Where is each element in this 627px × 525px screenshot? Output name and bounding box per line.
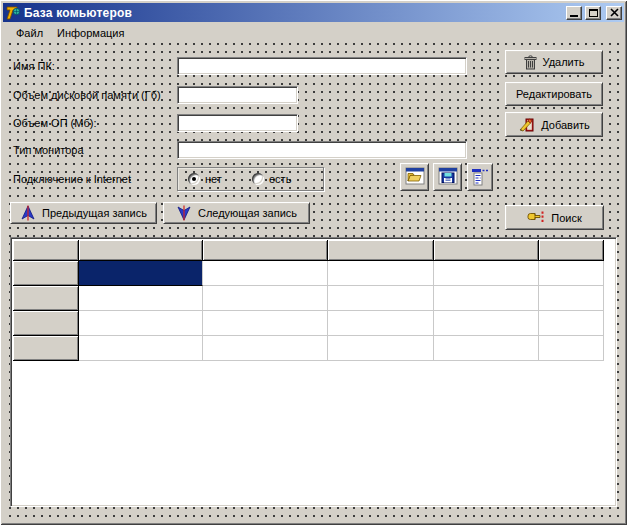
next-record-button[interactable]: Следующая запись [163, 202, 310, 224]
monitor-type-label: Тип монитора [13, 144, 84, 156]
maximize-button[interactable] [585, 6, 601, 20]
grid-cell[interactable] [203, 286, 328, 311]
edit-button[interactable]: Редактировать [505, 82, 603, 106]
edit-button-label: Редактировать [516, 88, 592, 100]
internet-radio-group: нет есть [177, 167, 324, 191]
table-row [13, 286, 616, 311]
monitor-type-input[interactable] [177, 141, 467, 159]
grid-header-col-4[interactable] [434, 240, 539, 261]
ram-size-label: Объем ОП (Мб): [13, 117, 96, 129]
pc-name-label: Имя ПК: [13, 60, 55, 72]
menu-info[interactable]: Информация [50, 25, 131, 41]
grid-cell[interactable] [328, 261, 434, 286]
structure-view-icon [471, 167, 489, 187]
save-file-button[interactable] [433, 163, 462, 191]
grid-cell[interactable] [434, 311, 539, 336]
structure-view-button[interactable] [467, 163, 493, 191]
internet-label: Подключение к Internet [13, 173, 131, 185]
grid-cell[interactable] [79, 261, 203, 286]
radio-no-label: нет [205, 173, 222, 185]
grid-row-indicator[interactable] [13, 286, 79, 311]
grid-cell[interactable] [328, 311, 434, 336]
grid-cell[interactable] [434, 286, 539, 311]
grid-cell[interactable] [434, 336, 539, 361]
grid-cell[interactable] [539, 311, 604, 336]
minimize-button[interactable] [566, 6, 582, 20]
menu-file[interactable]: Файл [9, 25, 50, 41]
grid-header-col-1[interactable] [79, 240, 203, 261]
table-row [13, 311, 616, 336]
ram-size-input[interactable] [177, 114, 298, 132]
previous-record-button[interactable]: Предыдущая запись [10, 202, 157, 224]
radio-icon [252, 173, 264, 185]
next-record-label: Следующая запись [198, 207, 297, 219]
grid-cell[interactable] [539, 336, 604, 361]
grid-cell[interactable] [434, 261, 539, 286]
grid-cell[interactable] [79, 336, 203, 361]
close-button[interactable] [606, 6, 622, 20]
radio-internet-no[interactable]: нет [188, 173, 222, 185]
search-hand-icon [527, 210, 545, 225]
add-button-label: Добавить [541, 119, 590, 131]
delphi-app-icon [5, 5, 21, 21]
delete-button[interactable]: Удалить [505, 50, 603, 74]
grid-cell[interactable] [539, 261, 604, 286]
grid-cell[interactable] [203, 311, 328, 336]
data-grid[interactable] [10, 237, 617, 507]
pc-name-input[interactable] [177, 57, 467, 75]
grid-cell[interactable] [539, 286, 604, 311]
grid-row-indicator[interactable] [13, 336, 79, 361]
table-row [13, 261, 616, 286]
grid-header-col-2[interactable] [203, 240, 328, 261]
open-file-icon [405, 167, 425, 187]
grid-header-col-3[interactable] [328, 240, 434, 261]
maximize-icon [589, 9, 598, 17]
menu-bar: Файл Информация [3, 22, 624, 43]
search-button[interactable]: Поиск [505, 205, 604, 230]
minimize-icon [570, 15, 578, 17]
app-window: База комьютеров Файл Информация Имя ПК: … [0, 0, 627, 525]
radio-yes-label: есть [269, 173, 291, 185]
window-title: База комьютеров [24, 6, 563, 20]
grid-cell[interactable] [203, 261, 328, 286]
add-record-icon [518, 117, 535, 133]
close-icon [610, 8, 619, 17]
grid-header-indicator [13, 240, 79, 261]
disk-size-label: Объем дисковой памяти (Гб) [13, 89, 161, 101]
add-button[interactable]: Добавить [505, 112, 603, 137]
grid-cell[interactable] [79, 286, 203, 311]
previous-record-label: Предыдущая запись [42, 207, 147, 219]
radio-icon [188, 173, 200, 185]
data-grid-inner [13, 240, 616, 361]
grid-cell[interactable] [328, 286, 434, 311]
form-surface: Имя ПК: Объем дисковой памяти (Гб) Объем… [3, 43, 624, 522]
search-button-label: Поиск [551, 212, 581, 224]
disk-size-input[interactable] [177, 86, 298, 104]
next-arrow-icon [176, 205, 192, 221]
previous-arrow-icon [20, 205, 36, 221]
grid-cell[interactable] [203, 336, 328, 361]
radio-internet-yes[interactable]: есть [252, 173, 291, 185]
title-bar[interactable]: База комьютеров [3, 3, 624, 22]
grid-row-indicator[interactable] [13, 311, 79, 336]
grid-row-indicator[interactable] [13, 261, 79, 286]
save-file-icon [438, 167, 458, 187]
open-file-button[interactable] [400, 163, 429, 191]
table-row [13, 336, 616, 361]
grid-cell[interactable] [328, 336, 434, 361]
grid-cell[interactable] [79, 311, 203, 336]
grid-header-col-5[interactable] [539, 240, 604, 261]
delete-button-label: Удалить [543, 56, 585, 68]
trash-icon [524, 55, 537, 70]
